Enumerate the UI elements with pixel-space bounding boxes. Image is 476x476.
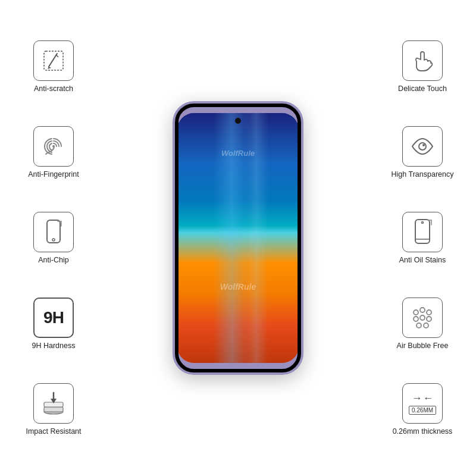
anti-chip-label: Anti-Chip <box>38 256 68 264</box>
arrow-left-icon: ← <box>422 392 433 405</box>
touch-icon <box>409 47 436 74</box>
thickness-icon-box: → ← 0.26MM <box>402 383 443 424</box>
phone-outer: WolfRule WolfRule <box>173 101 303 375</box>
watermark-top: WolfRule <box>221 149 255 158</box>
feature-anti-chip: Anti-Chip <box>33 212 74 264</box>
svg-point-17 <box>414 310 418 315</box>
svg-point-21 <box>420 315 425 320</box>
feature-air-bubble-free: Air Bubble Free <box>397 298 449 350</box>
svg-point-22 <box>427 317 431 321</box>
feature-anti-scratch: Anti-scratch <box>33 40 74 93</box>
impact-icon <box>39 390 68 416</box>
svg-point-12 <box>419 143 426 150</box>
svg-rect-5 <box>47 220 60 243</box>
feature-high-transparency: High Transparency <box>392 126 454 178</box>
9h-hardness-label: 9H Hardness <box>32 342 76 350</box>
feature-9h-hardness: 9H 9H Hardness <box>32 298 76 350</box>
phone-screen: WolfRule WolfRule <box>177 113 299 363</box>
anti-oil-stains-label: Anti Oil Stains <box>399 256 446 264</box>
features-left: Anti-scratch Anti-Fingerprint <box>6 0 101 476</box>
svg-line-1 <box>49 54 57 67</box>
feature-impact-resistant: Impact Resistant <box>26 383 81 436</box>
high-transparency-label: High Transparency <box>392 170 454 178</box>
eye-icon <box>409 133 436 160</box>
svg-point-18 <box>420 308 425 312</box>
feature-anti-fingerprint: Anti-Fingerprint <box>28 126 79 178</box>
air-bubble-free-icon-box <box>402 298 443 338</box>
svg-point-19 <box>427 310 431 315</box>
features-right: Delicate Touch High Transparency <box>375 0 470 476</box>
anti-fingerprint-icon-box <box>33 126 74 167</box>
thickness-value: 0.26MM <box>409 406 436 415</box>
delicate-touch-label: Delicate Touch <box>398 84 447 93</box>
impact-resistant-label: Impact Resistant <box>26 427 81 436</box>
thickness-arrows: → ← <box>411 392 433 405</box>
svg-point-13 <box>422 144 425 146</box>
air-bubble-free-label: Air Bubble Free <box>397 342 449 350</box>
svg-marker-2 <box>48 67 51 69</box>
main-container: Anti-scratch Anti-Fingerprint <box>0 0 476 476</box>
svg-point-23 <box>416 323 421 328</box>
watermark-bottom: WolfRule <box>220 282 256 292</box>
thickness-label: 0.26mm thickness <box>393 427 453 436</box>
anti-oil-stains-icon-box <box>402 212 443 252</box>
phone-corner-icon <box>41 218 66 246</box>
anti-scratch-label: Anti-scratch <box>34 84 73 93</box>
arrow-right-icon: → <box>411 392 422 405</box>
phone-small-icon <box>410 218 435 246</box>
bubbles-icon <box>409 304 436 331</box>
feature-delicate-touch: Delicate Touch <box>398 40 447 93</box>
svg-point-20 <box>414 317 418 321</box>
phone-wrapper: WolfRule WolfRule <box>173 101 303 375</box>
delicate-touch-icon-box <box>402 40 443 81</box>
svg-point-24 <box>424 323 428 328</box>
scratch-icon <box>40 48 67 74</box>
9h-text: 9H <box>43 308 64 327</box>
svg-point-6 <box>52 239 55 241</box>
svg-rect-0 <box>44 51 63 70</box>
svg-rect-8 <box>44 407 63 412</box>
9h-hardness-icon-box: 9H <box>33 298 74 338</box>
high-transparency-icon-box <box>402 126 443 167</box>
svg-point-4 <box>52 145 55 148</box>
anti-chip-icon-box <box>33 212 74 252</box>
anti-fingerprint-label: Anti-Fingerprint <box>28 170 79 178</box>
svg-point-15 <box>421 222 423 224</box>
impact-resistant-icon-box <box>33 383 74 424</box>
camera-hole <box>235 118 241 124</box>
fingerprint-icon <box>40 133 67 160</box>
anti-scratch-icon-box <box>33 40 74 81</box>
feature-thickness: → ← 0.26MM 0.26mm thickness <box>393 383 453 436</box>
feature-anti-oil-stains: Anti Oil Stains <box>399 212 446 264</box>
